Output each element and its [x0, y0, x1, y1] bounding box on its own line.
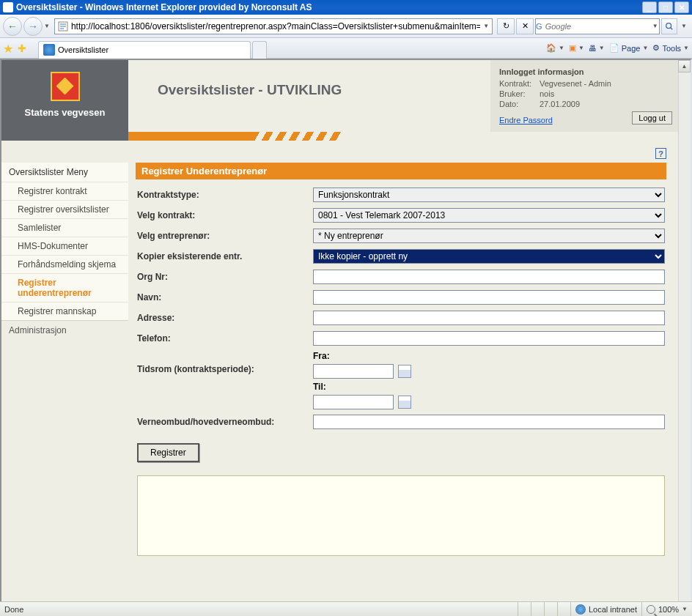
sidebar-item-samlelister[interactable]: Samlelister: [1, 218, 128, 237]
input-adresse[interactable]: [313, 311, 665, 325]
sidebar-item-mannskap[interactable]: Registrer mannskap: [1, 302, 128, 320]
label-adresse: Adresse:: [137, 313, 313, 323]
print-icon: 🖶: [589, 44, 597, 53]
vertical-scrollbar[interactable]: ▲: [678, 60, 691, 614]
search-provider-icon: G: [536, 22, 542, 31]
tab-strip: ★ ✚ Oversiktslister 🏠▼ ▣▼ 🖶▼ 📄Page▼ ⚙Too…: [0, 38, 692, 59]
svg-point-1: [666, 23, 671, 28]
select-velg-kontrakt[interactable]: 0801 - Vest Telemark 2007-2013: [313, 208, 665, 223]
address-bar[interactable]: ▼: [54, 18, 493, 34]
input-fra-date[interactable]: [313, 364, 394, 379]
submit-button[interactable]: Registrer: [137, 443, 199, 462]
sidebar-item-underentreprenor[interactable]: Registrer underentreprenør: [1, 273, 128, 302]
stop-button[interactable]: ✕: [516, 18, 534, 34]
page-icon: 📄: [609, 43, 619, 53]
search-go-dropdown[interactable]: ▼: [679, 23, 689, 29]
add-favorite-icon[interactable]: ✚: [18, 42, 29, 54]
panel-heading: Registrer Underentreprenør: [136, 163, 666, 179]
ie-icon: [3, 2, 13, 12]
label-navn: Navn:: [137, 292, 313, 303]
sidebar: Oversiktslister Meny Registrer kontrakt …: [1, 141, 128, 571]
input-til-date[interactable]: [313, 395, 394, 409]
close-button[interactable]: ✕: [674, 1, 689, 13]
page-icon: [57, 21, 69, 32]
change-password-link[interactable]: Endre Passord: [499, 116, 553, 125]
help-icon[interactable]: ?: [655, 148, 666, 159]
tools-menu[interactable]: ⚙Tools▼: [652, 43, 689, 53]
page-title: Oversiktslister - UTVIKLING: [158, 82, 490, 98]
history-dropdown[interactable]: ▼: [44, 23, 50, 29]
org-name: Statens vegvesen: [25, 107, 106, 118]
url-input[interactable]: [71, 21, 480, 31]
input-navn[interactable]: [313, 290, 665, 305]
zoom-control[interactable]: 100% ▼: [641, 602, 692, 616]
new-tab-button[interactable]: [252, 41, 267, 59]
security-zone: Local intranet: [570, 602, 641, 616]
vegvesen-emblem-icon: [51, 72, 80, 101]
status-bar: Done Local intranet 100% ▼: [0, 601, 692, 616]
print-button[interactable]: 🖶▼: [589, 44, 605, 53]
nav-toolbar: ← → ▼ ▼ ↻ ✕ G ▼ ▼: [0, 15, 692, 38]
output-area: [137, 475, 665, 556]
search-input[interactable]: [542, 22, 650, 31]
sidebar-item-forhandsmelding[interactable]: Forhåndsmelding skjema: [1, 255, 128, 273]
label-velg-entreprenor: Velg entreprenør:: [137, 231, 313, 241]
label-verneombud: Verneombud/hovedverneombud:: [137, 417, 313, 427]
label-til: Til:: [313, 382, 411, 392]
tab-title: Oversiktslister: [58, 45, 108, 54]
input-orgnr[interactable]: [313, 270, 665, 284]
browser-tab[interactable]: Oversiktslister: [38, 41, 251, 59]
input-telefon[interactable]: [313, 331, 665, 346]
page-menu[interactable]: 📄Page▼: [609, 43, 649, 53]
main-panel: ? Registrer Underentreprenør Kontraktsty…: [128, 141, 678, 571]
favorites-icon[interactable]: ★: [3, 42, 16, 55]
url-dropdown[interactable]: ▼: [480, 23, 492, 29]
sidebar-item-register-oversiktslister[interactable]: Registrer oversiktslister: [1, 200, 128, 218]
gear-icon: ⚙: [652, 43, 660, 53]
select-kontraktstype[interactable]: Funksjonskontrakt: [313, 188, 665, 202]
rss-icon: ▣: [569, 43, 576, 53]
sidebar-item-hms-dokumenter[interactable]: HMS-Dokumenter: [1, 237, 128, 255]
search-dropdown[interactable]: ▼: [650, 23, 660, 29]
login-info-heading: Innlogget informasjon: [499, 67, 669, 76]
calendar-icon-fra[interactable]: [398, 365, 411, 378]
scroll-up-button[interactable]: ▲: [678, 60, 691, 73]
label-telefon: Telefon:: [137, 333, 313, 344]
sidebar-section-admin[interactable]: Administrasjon: [1, 320, 128, 340]
status-text: Done: [0, 605, 28, 614]
zoom-icon: [647, 605, 655, 614]
logout-button[interactable]: Logg ut: [632, 111, 672, 125]
home-icon: 🏠: [546, 43, 556, 53]
label-fra: Fra:: [313, 351, 411, 361]
org-logo-block: Statens vegvesen: [1, 60, 128, 132]
window-titlebar: Oversiktslister - Windows Internet Explo…: [0, 0, 692, 15]
forward-button[interactable]: →: [23, 17, 43, 36]
content-viewport: ▲ Statens vegvesen Oversiktslister - UTV…: [0, 59, 692, 615]
input-verneombud[interactable]: [313, 415, 665, 429]
search-box[interactable]: G ▼: [535, 18, 660, 34]
tab-favicon: [43, 44, 55, 56]
home-button[interactable]: 🏠▼: [546, 43, 564, 53]
label-velg-kontrakt: Velg kontrakt:: [137, 210, 313, 220]
sidebar-item-register-kontrakt[interactable]: Registrer kontrakt: [1, 182, 128, 200]
feeds-button[interactable]: ▣▼: [569, 43, 584, 53]
label-kontraktstype: Kontraktstype:: [137, 190, 313, 200]
search-go-button[interactable]: [661, 18, 677, 34]
back-button[interactable]: ←: [3, 17, 22, 36]
refresh-button[interactable]: ↻: [497, 18, 515, 34]
window-title: Oversiktslister - Windows Internet Explo…: [16, 2, 312, 12]
minimize-button[interactable]: _: [642, 1, 657, 13]
sidebar-title: Oversiktslister Meny: [1, 163, 128, 182]
label-kopier: Kopier eksisterende entr.: [137, 251, 313, 261]
globe-icon: [575, 604, 586, 615]
label-tidsrom: Tidsrom (kontraktsperiode):: [137, 351, 313, 374]
maximize-button[interactable]: □: [658, 1, 673, 13]
login-info-panel: Innlogget informasjon Kontrakt:Vegvesene…: [490, 60, 678, 132]
label-orgnr: Org Nr:: [137, 272, 313, 282]
select-velg-entreprenor[interactable]: * Ny entreprenør: [313, 229, 665, 243]
svg-line-2: [671, 27, 673, 29]
calendar-icon-til[interactable]: [398, 396, 411, 409]
select-kopier[interactable]: Ikke kopier - opprett ny: [313, 249, 665, 264]
